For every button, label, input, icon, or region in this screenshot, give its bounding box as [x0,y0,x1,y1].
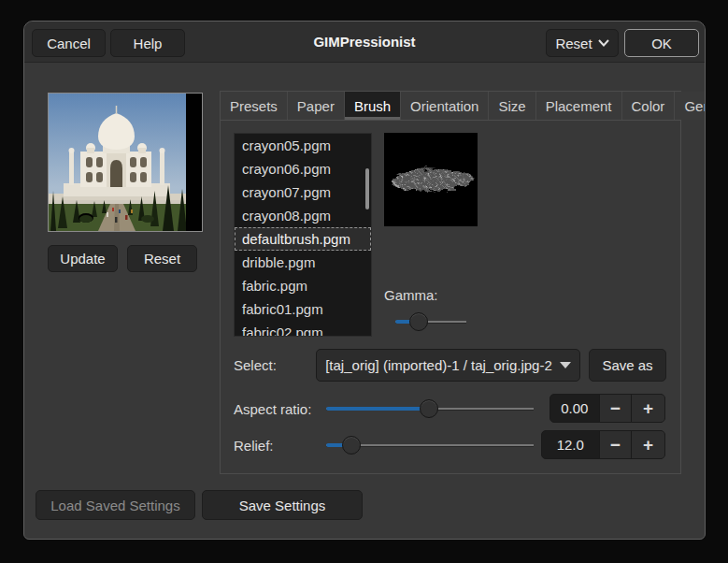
brush-list-item-selected[interactable]: defaultbrush.pgm [235,227,371,251]
brush-list[interactable]: crayon05.pgm crayon06.pgm crayon07.pgm c… [234,133,372,337]
help-button-label: Help [134,36,163,51]
tab-paper[interactable]: Paper [288,92,345,120]
brush-stroke-preview [384,133,478,226]
aspect-ratio-slider-thumb[interactable] [420,399,438,418]
relief-label: Relief: [234,438,274,454]
list-scrollbar[interactable] [365,168,369,209]
tab-size-label: Size [498,98,525,114]
minus-icon: − [610,398,621,419]
reset-button-label: Reset [555,36,592,51]
relief-slider[interactable] [326,435,534,455]
plus-icon: + [643,435,653,455]
tab-presets-label: Presets [230,98,278,114]
brush-list-item[interactable]: fabric02.pgm [235,321,371,337]
tab-placement-label: Placement [546,98,612,114]
reset-dropdown-button[interactable]: Reset [546,29,619,57]
relief-value[interactable]: 12.0 [542,431,599,458]
gimpressionist-dialog: GIMPressionist Cancel Help Reset OK [23,21,706,540]
brush-list-item[interactable]: crayon05.pgm [235,134,371,157]
ok-button-label: OK [651,36,672,51]
image-preview [48,93,203,232]
save-settings-label: Save Settings [239,498,326,513]
cancel-button[interactable]: Cancel [32,29,106,57]
help-button[interactable]: Help [110,29,185,57]
gamma-slider[interactable] [395,311,466,332]
taj-mahal-preview-image [49,94,187,231]
ok-button[interactable]: OK [624,29,699,57]
aspect-ratio-value[interactable]: 0.00 [550,395,599,422]
dropdown-arrow-icon [560,362,571,368]
tab-brush[interactable]: Brush [345,92,401,120]
load-saved-settings-label: Load Saved Settings [50,498,179,513]
gamma-label: Gamma: [384,287,438,303]
update-button-label: Update [60,251,105,267]
relief-slider-thumb[interactable] [342,436,361,455]
preview-black-strip [186,94,202,231]
save-as-button[interactable]: Save as [589,349,666,382]
tab-color-label: Color [632,98,665,114]
header-bar: GIMPressionist Cancel Help Reset OK [24,22,705,63]
tab-placement[interactable]: Placement [536,92,622,120]
select-label: Select: [234,357,277,373]
save-as-button-label: Save as [602,357,652,373]
aspect-ratio-spinbox: 0.00 − + [550,394,665,423]
aspect-ratio-slider-fill [326,407,429,411]
aspect-ratio-label: Aspect ratio: [234,401,311,417]
tab-general[interactable]: General [675,92,706,120]
gamma-slider-thumb[interactable] [409,312,428,331]
plus-icon: + [643,398,653,419]
minus-icon: − [610,435,621,455]
brush-select-dropdown[interactable]: [taj_orig] (imported)-1 / taj_orig.jpg-2 [316,349,580,382]
tab-paper-label: Paper [297,98,335,114]
tab-size[interactable]: Size [489,92,535,120]
tab-orientation[interactable]: Orientation [401,92,489,120]
cancel-button-label: Cancel [47,36,91,51]
aspect-ratio-slider[interactable] [326,398,534,419]
relief-decrement-button[interactable]: − [599,431,632,458]
update-button[interactable]: Update [48,245,118,272]
brush-list-item[interactable]: crayon07.pgm [235,180,371,204]
tab-color[interactable]: Color [622,92,676,120]
tab-general-label: General [684,98,706,114]
brush-list-item[interactable]: fabric01.pgm [235,297,371,321]
preview-reset-button[interactable]: Reset [127,245,197,272]
load-saved-settings-button[interactable]: Load Saved Settings [36,490,195,520]
brush-list-item[interactable]: dribble.pgm [235,251,371,274]
brush-list-item[interactable]: crayon06.pgm [235,157,371,180]
preview-reset-button-label: Reset [144,251,180,267]
brush-list-item[interactable]: crayon08.pgm [235,204,371,227]
save-settings-button[interactable]: Save Settings [202,490,363,520]
relief-increment-button[interactable]: + [631,431,664,458]
chevron-down-icon [598,39,609,47]
brush-list-item[interactable]: fabric.pgm [235,274,371,297]
tab-presets[interactable]: Presets [221,92,288,120]
aspect-ratio-decrement-button[interactable]: − [599,395,632,422]
tab-bar: Presets Paper Brush Orientation Size Pla… [220,91,681,120]
brush-stroke-image [384,133,478,226]
tab-brush-label: Brush [354,98,391,114]
brush-select-value: [taj_orig] (imported)-1 / taj_orig.jpg-2 [325,357,552,373]
relief-spinbox: 12.0 − + [541,430,665,459]
tab-orientation-label: Orientation [410,98,478,114]
aspect-ratio-increment-button[interactable]: + [631,395,664,422]
